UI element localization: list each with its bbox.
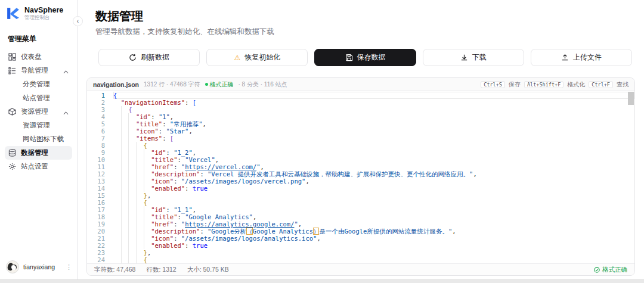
sidebar-item-label: 仪表盘 [21,52,42,61]
code-line: 24{ [87,256,634,263]
download-icon [460,54,468,61]
editor-scrollbar[interactable] [628,92,634,105]
more-options-icon[interactable]: ⋮ [66,263,72,271]
code-line: 21"icon": "/assets/images/logos/analytic… [87,235,634,242]
code-line: 13"icon": "/assets/images/logos/vercel.p… [87,178,634,185]
box-icon [8,108,16,116]
code-line: 23}, [87,249,634,256]
sidebar-nav: 仪表盘 导航管理 分类管理 站点管理 [0,48,77,176]
shortcut-hints: Ctrl+S 保存 Alt+Shift+F 格式化 Ctrl+F 查找 [481,80,628,89]
sidebar-item-label: 数据管理 [21,148,48,157]
refresh-icon [129,54,137,61]
editor-header: navigation.json 1312 行 · 47468 字符 格式正确 ·… [87,78,634,91]
toolbar: 刷新数据 ⚠ 恢复初始化 保存数据 下载 [98,49,632,66]
editor-filename: navigation.json [93,81,139,88]
code-line: 10"title": "Vercel", [87,156,634,163]
sidebar-item-label: 站点管理 [23,94,50,102]
kbd-save: Ctrl+S [481,81,505,88]
status-size: 大小: 50.75 KB [187,266,229,274]
code-editor[interactable]: 1{2"navigationItems": [3{4"id": "1",5"ti… [87,91,634,263]
code-line: 5"title": "常用推荐", [87,120,634,127]
code-line: 3{ [87,106,634,113]
sidebar-item-site-mgmt[interactable]: 站点管理 [5,91,72,105]
navsphere-logo-icon [5,6,20,21]
code-line: 19"href": "https://analytics.google.com/… [87,220,634,228]
page-subtitle: 管理导航数据，支持恢复初始化、在线编辑和数据下载 [78,26,644,37]
code-line: 20"description": "Google分析（Google Analyt… [87,228,634,235]
user-name: tianyaxiang [23,263,55,270]
sidebar-item-dashboard[interactable]: 仪表盘 [5,50,72,64]
code-line: 15}, [87,192,634,199]
app-logo[interactable]: NavSphere 管理控制台 [0,0,77,26]
app-name: NavSphere [24,6,63,14]
chevron-up-icon [63,109,69,114]
kbd-find: Ctrl+F [589,81,613,88]
code-line: 2"navigationItems": [ [87,99,634,106]
avatar [6,260,19,273]
sidebar-item-data-mgmt[interactable]: 数据管理 [5,146,72,160]
page-title: 数据管理 [78,0,644,26]
warning-icon: ⚠ [234,54,240,62]
sidebar-item-label: 站点设置 [21,162,48,171]
json-editor-card: navigation.json 1312 行 · 47468 字符 格式正确 ·… [86,77,635,276]
sidebar-item-label: 导航管理 [21,66,48,75]
status-format-ok: 格式正确 [594,266,627,274]
code-line: 7"items": [ [87,135,634,142]
code-lines: 1{2"navigationItems": [3{4"id": "1",5"ti… [87,92,634,263]
editor-meta: 1312 行 · 47468 字符 [144,80,200,89]
sidebar-item-navigation-mgmt[interactable]: 导航管理 [5,64,72,77]
menu-section-label: 管理菜单 [0,26,77,48]
gear-icon [8,163,16,170]
format-status: 格式正确 [205,80,234,89]
sidebar-item-label: 网站图标下载 [23,135,64,144]
editor-meta2: · 8 分类 · 116 站点 [239,80,287,89]
page: NavSphere 管理控制台 管理菜单 仪表盘 [0,0,644,283]
database-icon [8,149,16,157]
sidebar-item-category-mgmt[interactable]: 分类管理 [5,77,72,91]
code-line: 14"enabled": true [87,185,634,192]
code-line: 1{ [87,92,634,99]
reset-data-button[interactable]: ⚠ 恢复初始化 [206,49,308,66]
app-subtitle: 管理控制台 [24,14,63,21]
save-data-button[interactable]: 保存数据 [314,49,416,66]
upload-file-button[interactable]: 上传文件 [531,49,632,66]
user-menu[interactable]: tianyaxiang ⋮ [0,256,77,279]
download-button[interactable]: 下载 [423,49,524,66]
sidebar-item-resource-sub[interactable]: 资源管理 [5,119,72,132]
sidebar-item-site-settings[interactable]: 站点设置 [5,160,72,173]
code-line: 4"id": "1", [87,113,634,120]
list-settings-icon [8,67,16,74]
chevron-up-icon [63,68,69,73]
refresh-data-button[interactable]: 刷新数据 [98,49,200,66]
save-icon [345,54,353,61]
editor-statusbar: 字符数: 47,468 行数: 1312 大小: 50.75 KB 格式正确 [87,263,634,276]
code-line: 16{ [87,199,634,206]
status-line-count: 行数: 1312 [146,266,176,274]
code-line: 12"description": "Vercel 提供开发者工具和云基础设施，帮… [87,170,634,178]
kbd-format: Alt+Shift+F [524,81,564,88]
code-line: 9"id": "1_2", [87,149,634,156]
code-line: 6"icon": "Star", [87,127,634,135]
sidebar-item-resource-mgmt[interactable]: 资源管理 [5,105,72,119]
upload-icon [561,54,569,61]
status-char-count: 字符数: 47,468 [94,266,135,274]
code-line: 8{ [87,142,634,149]
dashboard-icon [8,53,16,61]
sidebar-item-label: 资源管理 [23,121,50,130]
sidebar-item-label: 资源管理 [21,107,48,116]
sidebar-item-favicon-download[interactable]: 网站图标下载 [5,132,72,146]
code-line: 22"enabled": true [87,242,634,249]
main-content: 数据管理 管理导航数据，支持恢复初始化、在线编辑和数据下载 刷新数据 ⚠ 恢复初… [78,0,644,279]
sidebar-collapse-button[interactable]: ‹ [73,16,83,26]
code-line: 18"title": "Google Analytics", [87,213,634,220]
code-line: 17"id": "1_1", [87,206,634,213]
code-line: 11"href": "https://vercel.com/", [87,163,634,170]
sidebar: NavSphere 管理控制台 管理菜单 仪表盘 [0,0,78,279]
bottom-scrollbar-track[interactable] [0,279,644,283]
check-circle-icon [594,267,600,273]
sidebar-item-label: 分类管理 [23,80,50,89]
green-dot-icon [205,83,208,86]
